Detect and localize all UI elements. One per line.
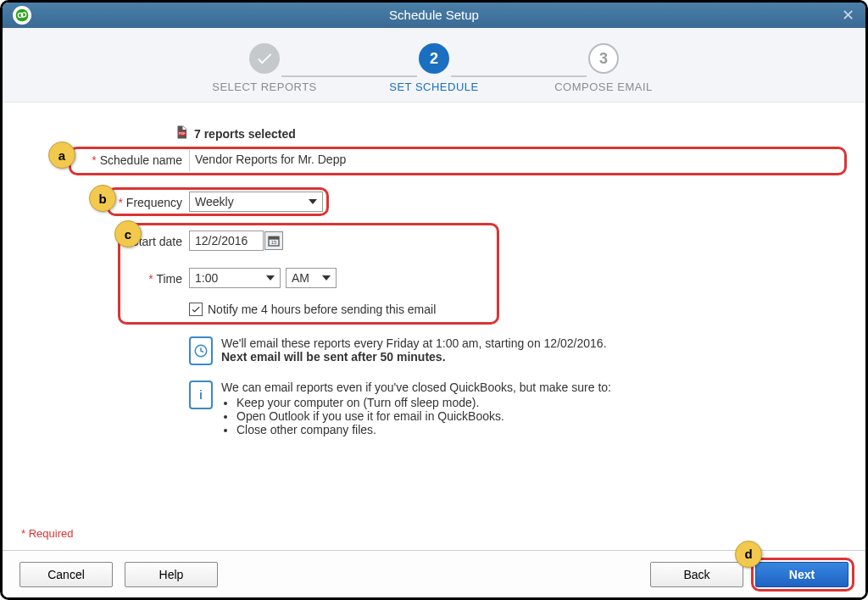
frequency-label: * Frequency (64, 196, 182, 209)
chevron-down-icon (266, 275, 275, 281)
step-1: SELECT REPORTS (180, 43, 349, 93)
back-button[interactable]: Back (650, 562, 743, 587)
list-item: Open Outlook if you use it for email in … (236, 409, 611, 423)
list-item: Keep your computer on (Turn off sleep mo… (236, 396, 611, 409)
reports-selected-label: PDF 7 reports selected (174, 125, 296, 142)
chevron-down-icon (322, 275, 331, 281)
notify-label: Notify me 4 hours before sending this em… (208, 303, 436, 316)
help-button[interactable]: Help (125, 562, 218, 587)
required-note: * Required (21, 527, 73, 540)
svg-rect-4 (269, 236, 279, 239)
info-tips: i We can email reports even if you've cl… (189, 381, 732, 436)
close-icon[interactable]: ✕ (840, 8, 855, 23)
notify-checkbox[interactable] (189, 303, 203, 316)
next-button[interactable]: Next (755, 562, 849, 587)
window-title: Schedule Setup (389, 8, 479, 22)
clock-icon (189, 336, 213, 365)
button-bar: Cancel Help Back d Next (3, 550, 865, 597)
frequency-select[interactable]: Weekly (189, 192, 323, 212)
svg-text:PDF: PDF (179, 132, 186, 136)
schedule-name-label: * Schedule name (64, 153, 182, 167)
svg-text:15: 15 (271, 240, 277, 245)
ampm-select[interactable]: AM (286, 268, 337, 288)
time-select[interactable]: 1:00 (189, 268, 281, 288)
checkmark-icon (249, 43, 280, 74)
schedule-name-input[interactable]: Vendor Reports for Mr. Depp (189, 150, 842, 171)
titlebar: Schedule Setup ✕ (3, 3, 865, 28)
step-2: 2 SET SCHEDULE (349, 43, 519, 93)
info-schedule: We'll email these reports every Friday a… (189, 336, 732, 365)
quickbooks-logo-icon (13, 6, 31, 25)
content-area: PDF 7 reports selected a * Schedule name… (13, 113, 855, 547)
time-label: * Time (64, 272, 182, 286)
pdf-icon: PDF (174, 125, 189, 142)
step-3: 3 COMPOSE EMAIL (519, 43, 688, 93)
callout-c: c (114, 220, 142, 247)
info-tips-list: Keep your computer on (Turn off sleep mo… (221, 396, 611, 436)
start-date-input[interactable]: 12/2/2016 (189, 231, 264, 251)
chevron-down-icon (309, 199, 317, 204)
stepper: SELECT REPORTS 2 SET SCHEDULE 3 COMPOSE … (3, 28, 865, 103)
info-icon: i (189, 381, 213, 409)
cancel-button[interactable]: Cancel (19, 562, 113, 587)
calendar-icon[interactable]: 15 (264, 231, 283, 250)
schedule-setup-window: Schedule Setup ✕ SELECT REPORTS 2 SET SC… (0, 0, 868, 600)
callout-a: a (48, 142, 75, 169)
notify-checkbox-row[interactable]: Notify me 4 hours before sending this em… (189, 303, 436, 316)
callout-b: b (89, 185, 116, 212)
callout-d: d (735, 541, 762, 568)
list-item: Close other company files. (236, 423, 611, 436)
